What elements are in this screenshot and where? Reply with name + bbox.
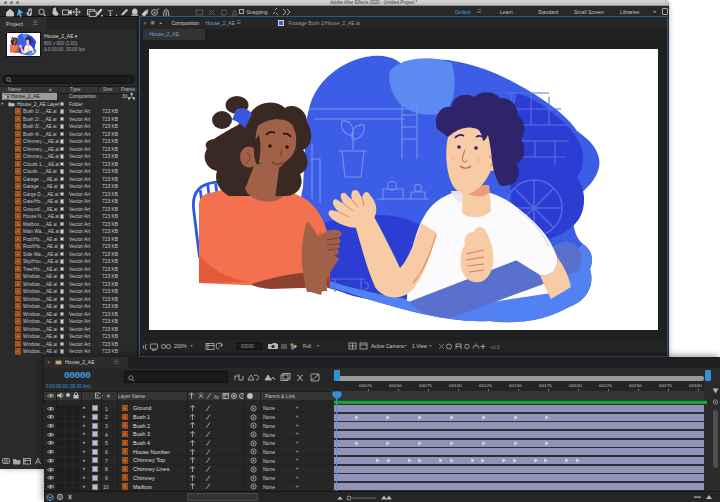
svg-text:+0.0: +0.0: [490, 344, 500, 350]
svg-text:fx: fx: [214, 393, 220, 399]
svg-text:T: T: [108, 7, 114, 16]
